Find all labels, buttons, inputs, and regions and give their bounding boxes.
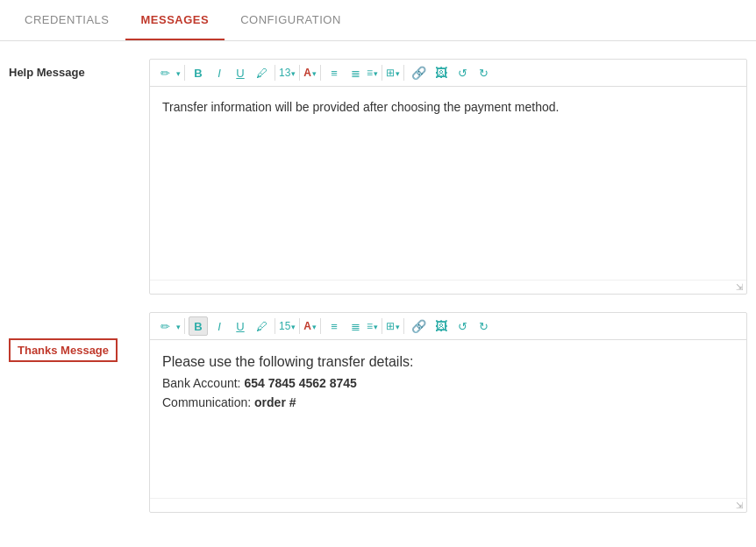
thanks-message-editor: ✏ ▾ B I U 🖊 15 ▾ A: [149, 312, 747, 513]
tab-credentials[interactable]: CREDENTIALS: [9, 1, 125, 40]
thanks-table-icon: ⊞: [386, 320, 395, 332]
link-button[interactable]: 🔗: [408, 63, 430, 82]
thanks-highlight-button[interactable]: 🖊: [252, 316, 271, 336]
labels-column: Help Message Thanks Message: [9, 59, 149, 513]
thanks-unordered-list-button[interactable]: ≡: [325, 316, 344, 336]
thanks-pen-dropdown[interactable]: ▾: [176, 322, 181, 331]
ordered-list-button[interactable]: ≣: [346, 63, 365, 82]
help-message-text: Transfer information will be provided af…: [162, 97, 734, 117]
bold-button[interactable]: B: [189, 63, 208, 82]
editors-column: ✏ ▾ B I U 🖊 13 ▾ A: [149, 59, 747, 513]
thanks-pen-dropdown-arrow: ▾: [176, 323, 181, 331]
separator-2: [275, 65, 275, 81]
align-icon: ≡: [367, 67, 373, 79]
thanks-bold-button[interactable]: B: [189, 316, 208, 336]
main-content: Help Message Thanks Message ✏ ▾ B I U 🖊: [0, 41, 756, 530]
unordered-list-button[interactable]: ≡: [325, 63, 344, 82]
table-arrow: ▾: [396, 69, 400, 78]
thanks-font-color-arrow: ▾: [312, 323, 317, 331]
separator-3: [299, 65, 300, 81]
bank-account-prefix: Bank Account:: [162, 376, 244, 390]
thanks-font-size-value: 15: [279, 320, 290, 332]
thanks-align-dropdown[interactable]: ≡ ▾: [367, 320, 378, 332]
align-arrow: ▾: [374, 69, 378, 78]
separator-1: [184, 65, 185, 81]
font-size-value: 13: [279, 67, 290, 79]
align-dropdown[interactable]: ≡ ▾: [367, 67, 378, 79]
thanks-align-icon: ≡: [367, 320, 373, 332]
bank-account-value: 654 7845 4562 8745: [244, 376, 356, 390]
thanks-message-toolbar: ✏ ▾ B I U 🖊 15 ▾ A: [150, 313, 746, 340]
thanks-underline-button[interactable]: U: [231, 316, 250, 336]
table-dropdown[interactable]: ⊞ ▾: [386, 67, 400, 79]
thanks-font-color-a: A: [303, 320, 311, 332]
thanks-separator-2: [275, 318, 275, 334]
help-message-resize-handle[interactable]: ⇲: [150, 280, 746, 294]
font-size-arrow: ▾: [291, 69, 296, 78]
thanks-ordered-list-button[interactable]: ≣: [346, 316, 365, 336]
help-message-editor: ✏ ▾ B I U 🖊 13 ▾ A: [149, 59, 747, 295]
separator-4: [320, 65, 321, 81]
thanks-font-size-arrow: ▾: [291, 323, 296, 331]
separator-5: [382, 65, 382, 81]
highlight-button[interactable]: 🖊: [252, 63, 271, 82]
font-size-dropdown[interactable]: 13 ▾: [279, 67, 296, 79]
thanks-link-button[interactable]: 🔗: [408, 316, 430, 336]
font-color-dropdown[interactable]: A ▾: [303, 67, 317, 79]
thanks-message-resize-handle[interactable]: ⇲: [150, 498, 746, 512]
help-message-body[interactable]: Transfer information will be provided af…: [150, 87, 746, 280]
redo-button[interactable]: ↻: [474, 63, 493, 82]
thanks-separator-4: [320, 318, 321, 334]
thanks-italic-button[interactable]: I: [210, 316, 229, 336]
thanks-line3: Communication: order #: [162, 393, 734, 412]
pen-dropdown-arrow: ▾: [176, 69, 181, 78]
thanks-separator-5: [382, 318, 382, 334]
underline-button[interactable]: U: [231, 63, 250, 82]
undo-button[interactable]: ↺: [453, 63, 472, 82]
thanks-image-button[interactable]: 🖼: [431, 316, 451, 336]
thanks-align-arrow: ▾: [374, 323, 378, 331]
thanks-redo-button[interactable]: ↻: [474, 316, 493, 336]
pen-dropdown[interactable]: ▾: [176, 68, 181, 78]
thanks-separator-6: [403, 318, 404, 334]
thanks-font-color-dropdown[interactable]: A ▾: [303, 320, 317, 332]
nav-tabs: CREDENTIALS MESSAGES CONFIGURATION: [0, 0, 756, 41]
thanks-table-dropdown[interactable]: ⊞ ▾: [386, 320, 400, 332]
thanks-undo-button[interactable]: ↺: [453, 316, 472, 336]
thanks-separator-1: [184, 318, 185, 334]
italic-button[interactable]: I: [210, 63, 229, 82]
thanks-separator-3: [299, 318, 300, 334]
thanks-pen-tool-button[interactable]: ✏: [155, 316, 175, 336]
communication-prefix: Communication:: [162, 395, 254, 409]
thanks-font-size-dropdown[interactable]: 15 ▾: [279, 320, 296, 332]
font-color-a: A: [303, 67, 311, 79]
thanks-message-body[interactable]: Please use the following transfer detail…: [150, 340, 746, 498]
thanks-line1: Please use the following transfer detail…: [162, 351, 734, 373]
help-message-label: Help Message: [9, 59, 149, 79]
thanks-table-arrow: ▾: [396, 323, 400, 331]
pen-tool-button[interactable]: ✏: [155, 63, 175, 82]
image-button[interactable]: 🖼: [431, 63, 451, 82]
help-message-toolbar: ✏ ▾ B I U 🖊 13 ▾ A: [150, 60, 746, 87]
tab-messages[interactable]: MESSAGES: [125, 1, 225, 40]
table-icon: ⊞: [386, 67, 395, 79]
thanks-message-label: Thanks Message: [9, 338, 118, 362]
font-color-arrow: ▾: [312, 69, 317, 78]
separator-6: [403, 65, 404, 81]
communication-value: order #: [254, 395, 296, 409]
tab-configuration[interactable]: CONFIGURATION: [225, 1, 357, 40]
thanks-line2: Bank Account: 654 7845 4562 8745: [162, 373, 734, 393]
